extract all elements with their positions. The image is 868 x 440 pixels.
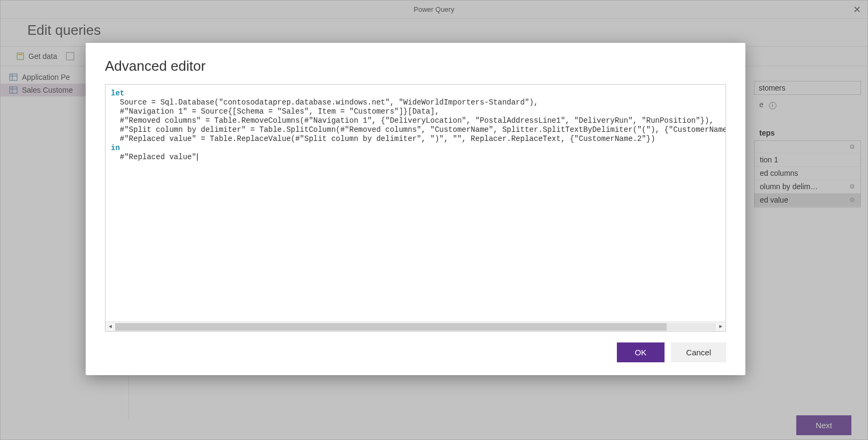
query-settings-pane: stomers e i teps ⚙ tion 1 ed columns olu… <box>754 81 861 207</box>
get-data-button[interactable]: Get data <box>17 52 57 61</box>
horizontal-scrollbar[interactable]: ◄ ► <box>105 322 726 331</box>
table-icon <box>9 86 18 94</box>
step-item[interactable]: ed value⚙ <box>754 193 861 207</box>
gear-icon[interactable]: ⚙ <box>849 183 855 190</box>
get-data-label: Get data <box>28 52 57 61</box>
dialog-title: Advanced editor <box>105 58 726 74</box>
step-item[interactable]: ed columns <box>754 167 861 180</box>
code-editor[interactable]: let Source = Sql.Database("contosodatapr… <box>105 84 726 332</box>
close-icon[interactable]: ✕ <box>853 4 861 16</box>
advanced-editor-dialog: Advanced editor let Source = Sql.Databas… <box>86 43 745 375</box>
data-icon <box>17 52 25 61</box>
toolbar-icon[interactable] <box>66 52 74 61</box>
next-button[interactable]: Next <box>796 415 851 435</box>
window-title: Power Query <box>414 5 455 13</box>
info-icon[interactable]: i <box>769 102 776 109</box>
info-row: e i <box>754 97 861 113</box>
footer: Next <box>796 415 851 435</box>
dialog-buttons: OK Cancel <box>105 342 726 362</box>
svg-rect-0 <box>17 53 24 59</box>
query-label: Sales Custome <box>22 86 73 94</box>
step-item[interactable]: ⚙ <box>754 141 861 153</box>
text-caret <box>197 153 198 161</box>
query-label: Application Pe <box>22 73 70 81</box>
svg-rect-3 <box>10 74 17 80</box>
step-item[interactable]: tion 1 <box>754 153 861 167</box>
applied-steps-title: teps <box>754 125 861 140</box>
cancel-button[interactable]: Cancel <box>671 342 726 362</box>
page-title: Edit queries <box>1 19 867 46</box>
scroll-thumb[interactable] <box>115 323 667 331</box>
gear-icon[interactable]: ⚙ <box>849 143 855 151</box>
svg-rect-2 <box>66 53 74 60</box>
window-titlebar: Power Query ✕ <box>1 1 867 19</box>
scroll-left-icon[interactable]: ◄ <box>105 324 115 330</box>
code-text[interactable]: let Source = Sql.Database("contosodatapr… <box>105 85 726 322</box>
ok-button[interactable]: OK <box>617 342 665 362</box>
svg-rect-1 <box>18 54 22 55</box>
step-item[interactable]: olumn by delim…⚙ <box>754 180 861 193</box>
svg-rect-6 <box>10 87 17 93</box>
gear-icon[interactable]: ⚙ <box>849 196 855 204</box>
name-field-fragment: stomers <box>754 81 861 95</box>
scroll-right-icon[interactable]: ► <box>716 324 726 330</box>
scroll-track[interactable] <box>115 323 716 331</box>
applied-steps-list: ⚙ tion 1 ed columns olumn by delim…⚙ ed … <box>754 140 861 207</box>
table-icon <box>9 73 18 81</box>
